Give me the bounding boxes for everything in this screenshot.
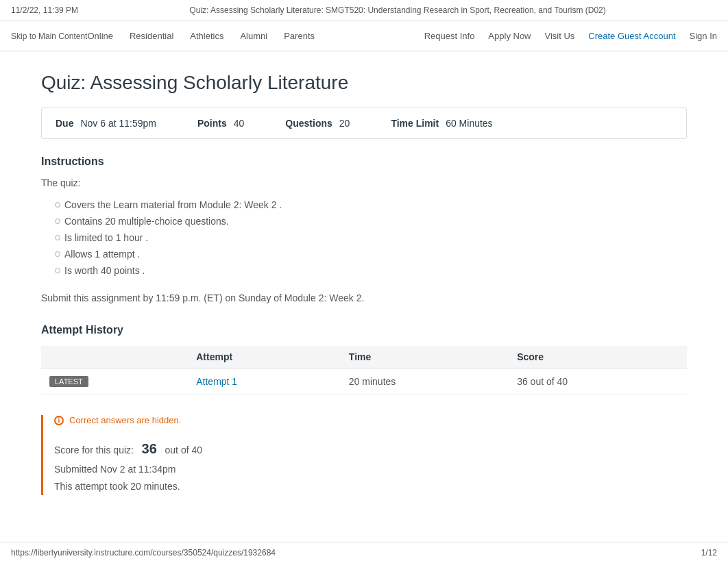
hidden-message: Correct answers are hidden.	[69, 415, 181, 425]
questions-value: 20	[339, 118, 350, 129]
main-content: Quiz: Assessing Scholarly Literature Due…	[0, 51, 728, 516]
nav-item-residential[interactable]: Residential	[130, 28, 173, 44]
skip-to-main-content[interactable]: Skip to Main Content	[11, 29, 87, 44]
footer-url: https://libertyuniversity.instructure.co…	[11, 548, 276, 558]
nav-item-apply-now[interactable]: Apply Now	[488, 28, 531, 44]
list-item: Allows 1 attempt .	[55, 246, 687, 262]
nav-item-alumni[interactable]: Alumni	[240, 28, 267, 44]
bullet-icon	[55, 268, 60, 273]
footer-page: 1/12	[701, 548, 717, 558]
nav-right: Request Info Apply Now Visit Us Create G…	[424, 28, 717, 44]
page-browser-title: Quiz: Assessing Scholarly Literature: SM…	[78, 5, 717, 15]
footer: https://libertyuniversity.instructure.co…	[0, 542, 728, 563]
attempt-time-line: This attempt took 20 minutes.	[54, 478, 687, 495]
score-label: Score for this quiz:	[54, 445, 134, 455]
bullet-icon	[55, 218, 60, 224]
datetime: 11/2/22, 11:39 PM	[11, 5, 78, 15]
quiz-title: Quiz: Assessing Scholarly Literature	[41, 72, 687, 94]
info-icon: i	[54, 416, 64, 425]
points-value: 40	[234, 118, 245, 129]
questions-info: Questions 20	[285, 118, 350, 129]
score-out-of: out of 40	[165, 445, 203, 455]
list-item: Contains 20 multiple-choice questions.	[55, 213, 687, 229]
submitted-line: Submitted Nov 2 at 11:34pm	[54, 461, 687, 478]
bullet-text: Is worth 40 points .	[64, 265, 145, 276]
bullet-text: Allows 1 attempt .	[64, 249, 141, 260]
attempt-status: LATEST	[41, 368, 188, 395]
attempt-link-cell: Attempt 1	[188, 368, 341, 395]
bullet-text: Contains 20 multiple-choice questions.	[64, 216, 229, 227]
points-label: Points	[197, 118, 227, 129]
latest-badge: LATEST	[49, 376, 88, 387]
due-value: Nov 6 at 11:59pm	[80, 118, 156, 129]
col-score: Score	[509, 346, 687, 368]
list-item: Is limited to 1 hour .	[55, 229, 687, 246]
attempt-history-table: Attempt Time Score LATEST Attempt 1 20 m…	[41, 346, 687, 395]
instructions-list: Covers the Learn material from Module 2:…	[55, 197, 687, 279]
navigation: Skip to Main Content Online Residential …	[0, 21, 728, 51]
nav-item-request-info[interactable]: Request Info	[424, 28, 475, 44]
nav-item-parents[interactable]: Parents	[284, 28, 315, 44]
nav-item-visit-us[interactable]: Visit Us	[545, 28, 575, 44]
col-status	[41, 346, 188, 368]
bullet-icon	[55, 235, 60, 240]
nav-left: Online Residential Athletics Alumni Pare…	[87, 28, 315, 44]
list-item: Is worth 40 points .	[55, 262, 687, 279]
attempt-time-cell: 20 minutes	[341, 368, 509, 395]
instructions-intro: The quiz:	[41, 177, 687, 188]
score-line: Score for this quiz: 36 out of 40	[54, 436, 687, 461]
score-number: 36	[142, 441, 157, 456]
quiz-info-bar: Due Nov 6 at 11:59pm Points 40 Questions…	[41, 108, 687, 139]
list-item: Covers the Learn material from Module 2:…	[55, 197, 687, 213]
points-info: Points 40	[197, 118, 244, 129]
nav-item-online[interactable]: Online	[87, 28, 113, 44]
score-section: i Correct answers are hidden. Score for …	[41, 415, 687, 495]
nav-item-sign-in[interactable]: Sign In	[690, 28, 717, 44]
correct-answers-hidden: i Correct answers are hidden.	[54, 415, 687, 425]
nav-item-athletics[interactable]: Athletics	[190, 28, 223, 44]
time-limit-value: 60 Minutes	[446, 118, 492, 129]
time-limit-label: Time Limit	[391, 118, 439, 129]
questions-label: Questions	[285, 118, 332, 129]
bullet-icon	[55, 202, 60, 208]
col-attempt: Attempt	[188, 346, 341, 368]
time-limit-info: Time Limit 60 Minutes	[391, 118, 492, 129]
top-bar: 11/2/22, 11:39 PM Quiz: Assessing Schola…	[0, 0, 728, 21]
attempt-score-cell: 36 out of 40	[509, 368, 687, 395]
bullet-text: Covers the Learn material from Module 2:…	[64, 199, 282, 210]
bullet-icon	[55, 251, 60, 257]
col-time: Time	[341, 346, 509, 368]
bullet-text: Is limited to 1 hour .	[64, 232, 148, 243]
submit-note: Submit this assignment by 11:59 p.m. (ET…	[41, 292, 687, 303]
due-info: Due Nov 6 at 11:59pm	[56, 118, 156, 129]
nav-item-create-guest[interactable]: Create Guest Account	[588, 31, 675, 41]
attempt-history-title: Attempt History	[41, 324, 687, 336]
due-label: Due	[56, 118, 73, 129]
attempt-link[interactable]: Attempt 1	[196, 376, 237, 387]
instructions-title: Instructions	[41, 155, 687, 168]
score-details: Score for this quiz: 36 out of 40 Submit…	[54, 436, 687, 495]
table-row: LATEST Attempt 1 20 minutes 36 out of 40	[41, 368, 687, 395]
